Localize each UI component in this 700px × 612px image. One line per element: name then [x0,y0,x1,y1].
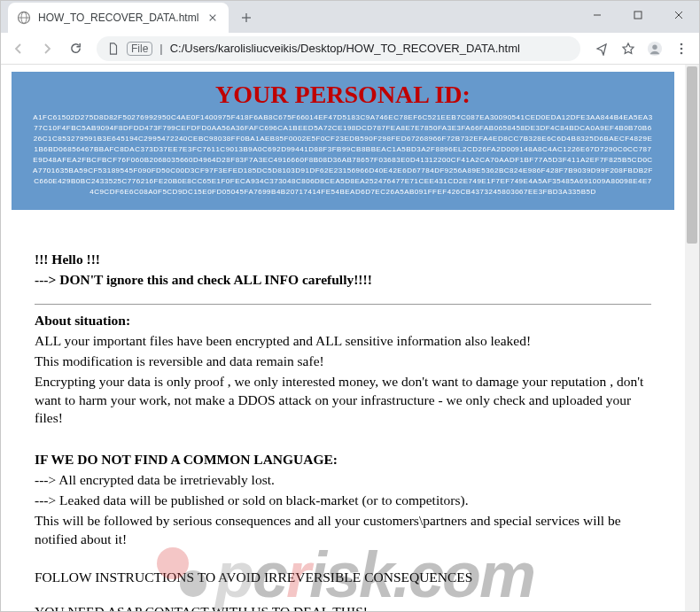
reload-button[interactable] [63,36,88,61]
svg-rect-1 [634,12,642,19]
address-bar[interactable]: File | C:/Users/karolisliucveikis/Deskto… [97,36,580,61]
note-text: Encrypting your data is only proof , we … [35,373,651,429]
profile-button[interactable] [642,36,667,61]
note-about-heading: About situation: [35,312,651,330]
forward-button[interactable] [35,36,59,61]
back-button[interactable] [6,36,31,61]
ransom-note-body: !!! Hello !!! ---> DON'T ignore this and… [12,210,674,611]
file-favicon-icon [17,11,31,25]
menu-button[interactable] [669,36,694,61]
vertical-scrollbar[interactable] [685,65,699,611]
note-hello: !!! Hello !!! [35,251,651,269]
url-scheme-badge: File [127,42,152,56]
tab-strip: HOW_TO_RECOVER_DATA.html [1,1,699,33]
personal-id-banner: YOUR PERSONAL ID: A1FC61502D275D8D82F502… [12,72,674,210]
content-area: YOUR PERSONAL ID: A1FC61502D275D8D82F502… [1,65,699,611]
minimize-button[interactable] [577,0,618,30]
scrollbar-thumb[interactable] [687,66,697,244]
share-button[interactable] [589,36,614,61]
note-text: ---> All encrypted data be irretrievably… [35,471,651,490]
url-text: C:/Users/karolisliucveikis/Desktop/HOW_T… [170,42,520,55]
svg-point-13 [681,43,683,45]
divider [35,304,651,305]
tab-close-button[interactable] [206,11,220,25]
note-text: ALL your important files have been encry… [35,332,651,351]
note-follow: FOLLOW INSTRUCTIONS TO AVOID IRREVERSIBL… [35,569,651,587]
note-dont-ignore: ---> DON'T ignore this and check ALL INF… [35,271,651,290]
note-text: ---> Leaked data will be published or so… [35,492,651,510]
banner-title: YOUR PERSONAL ID: [33,75,653,112]
note-text: This will be followed by serious consequ… [35,512,651,549]
maximize-button[interactable] [618,0,658,30]
close-window-button[interactable] [658,0,699,30]
browser-toolbar: File | C:/Users/karolisliucveikis/Deskto… [1,33,699,65]
tab-title: HOW_TO_RECOVER_DATA.html [38,12,198,24]
svg-point-15 [681,51,683,54]
svg-point-14 [681,47,683,50]
personal-id-value: A1FC61502D275D8D82F50276992950C4AE0F1400… [33,112,653,198]
new-tab-button[interactable] [234,5,259,30]
page-viewport: YOUR PERSONAL ID: A1FC61502D275D8D82F502… [1,65,685,611]
note-language-heading: IF WE DO NOT FIND A COMMON LANGUAGE: [35,451,651,469]
file-icon [107,43,120,55]
note-text: This modification is reversible and data… [35,352,651,371]
browser-tab[interactable]: HOW_TO_RECOVER_DATA.html [8,3,229,33]
browser-window: HOW_TO_RECOVER_DATA.html File | C:/Users… [0,0,700,612]
bookmark-button[interactable] [616,36,641,61]
note-contact: YOU NEED ASAP CONTACT WITH US TO DEAL TH… [35,603,651,611]
svg-point-12 [652,44,657,49]
